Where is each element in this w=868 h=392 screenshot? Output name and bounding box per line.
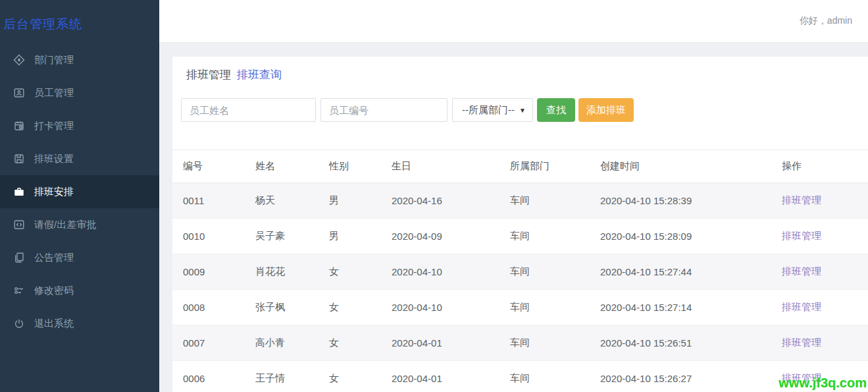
add-schedule-button[interactable]: 添加排班 [578,98,634,122]
header-gender: 性别 [319,150,381,183]
cell-name: 杨天 [245,183,319,219]
employee-code-input[interactable] [320,98,447,122]
save-icon [13,153,25,165]
table-row: 0008张子枫女2020-04-10车间2020-04-10 15:27:14排… [172,290,868,325]
cell-birthday: 2020-04-01 [381,325,499,361]
cell-id: 0010 [172,219,245,254]
sidebar-item-5[interactable]: 请假/出差审批 [0,208,159,241]
table-row: 0009肖花花女2020-04-10车间2020-04-10 15:27:44排… [172,254,868,290]
header-created: 创建时间 [590,150,771,183]
code-square-icon [13,219,25,231]
sidebar-item-label: 打卡管理 [34,120,74,132]
sidebar-item-2[interactable]: 打卡管理 [0,109,159,142]
cell-created: 2020-04-10 15:28:09 [590,219,771,254]
cell-gender: 女 [319,290,381,325]
cell-gender: 男 [319,183,381,219]
cell-department: 车间 [499,290,590,325]
sidebar-item-label: 部门管理 [34,54,74,67]
search-button[interactable]: 查找 [537,98,575,122]
employee-name-input[interactable] [181,98,316,122]
sidebar-item-label: 退出系统 [34,318,74,330]
cell-id: 0006 [172,361,245,392]
cell-actions: 排班管理 [771,254,868,290]
cell-actions: 排班管理 [771,325,868,361]
sidebar-item-3[interactable]: 排班设置 [0,142,159,175]
schedule-table: 编号 姓名 性别 生日 所属部门 创建时间 操作 0011杨天男2020-04-… [172,150,868,392]
sidebar-item-label: 员工管理 [34,87,74,99]
cell-name: 吴子豪 [245,219,319,254]
compass-icon [13,54,25,66]
department-select[interactable]: --所属部门-- ▼ [452,98,533,122]
filter-bar: --所属部门-- ▼ 查找 添加排班 [172,98,868,122]
cell-name: 张子枫 [245,290,319,325]
sidebar-item-label: 排班设置 [34,153,74,165]
cell-department: 车间 [499,361,590,392]
cell-department: 车间 [499,219,590,254]
sidebar-item-8[interactable]: 退出系统 [0,307,159,340]
cell-created: 2020-04-10 15:28:39 [590,183,771,219]
table-header-row: 编号 姓名 性别 生日 所属部门 创建时间 操作 [172,150,868,183]
cell-birthday: 2020-04-10 [381,290,499,325]
sidebar-item-6[interactable]: 公告管理 [0,241,159,274]
cell-created: 2020-04-10 15:26:27 [590,361,771,392]
cell-created: 2020-04-10 15:27:14 [590,290,771,325]
calendar-clock-icon [13,120,25,132]
breadcrumb-page[interactable]: 排班查询 [237,69,282,81]
app-title: 后台管理系统 [0,0,159,33]
cell-actions: 排班管理 [771,290,868,325]
schedule-manage-link[interactable]: 排班管理 [782,337,821,348]
table-row: 0006王子情女2020-04-01车间2020-04-10 15:26:27排… [172,361,868,392]
cell-id: 0009 [172,254,245,290]
cell-created: 2020-04-10 15:26:51 [590,325,771,361]
sidebar-item-label: 修改密码 [34,285,74,297]
greeting-text: 你好，admin [800,15,852,27]
schedule-manage-link[interactable]: 排班管理 [782,301,821,312]
cell-birthday: 2020-04-10 [381,254,499,290]
key-icon [13,285,25,296]
topbar: 你好，admin [159,0,868,43]
watermark: www.jf3q.com [779,376,867,391]
table-row: 0011杨天男2020-04-16车间2020-04-10 15:28:39排班… [172,183,868,219]
cell-name: 高小青 [245,325,319,361]
cell-gender: 男 [319,219,381,254]
sidebar-item-label: 公告管理 [34,252,74,264]
cell-id: 0007 [172,325,245,361]
cell-gender: 女 [319,361,381,392]
header-id: 编号 [172,150,245,183]
sidebar-item-0[interactable]: 部门管理 [0,43,159,76]
cell-department: 车间 [499,183,590,219]
cell-created: 2020-04-10 15:27:44 [590,254,771,290]
cell-birthday: 2020-04-16 [381,183,499,219]
sidebar-item-1[interactable]: 员工管理 [0,76,159,109]
content-card: 排班管理 排班查询 --所属部门-- ▼ 查找 添加排班 编号 姓名 性别 [172,57,868,392]
cell-department: 车间 [499,325,590,361]
user-card-icon [13,87,25,99]
cell-name: 王子情 [245,361,319,392]
schedule-manage-link[interactable]: 排班管理 [782,266,821,277]
schedule-manage-link[interactable]: 排班管理 [782,194,821,206]
breadcrumb: 排班管理 排班查询 [172,57,868,82]
cell-actions: 排班管理 [771,219,868,254]
header-birthday: 生日 [381,150,499,183]
power-icon [13,318,25,329]
documents-icon [13,252,25,264]
sidebar-item-label: 排班安排 [34,186,74,198]
header-actions: 操作 [771,150,868,183]
header-name: 姓名 [245,150,319,183]
sidebar-item-7[interactable]: 修改密码 [0,274,159,307]
cell-gender: 女 [319,254,381,290]
table-row: 0007高小青女2020-04-01车间2020-04-10 15:26:51排… [172,325,868,361]
briefcase-icon [13,186,25,198]
department-select-value: --所属部门-- [462,104,515,117]
cell-gender: 女 [319,325,381,361]
sidebar: 后台管理系统 部门管理员工管理打卡管理排班设置排班安排请假/出差审批公告管理修改… [0,0,159,392]
main-content: 排班管理 排班查询 --所属部门-- ▼ 查找 添加排班 编号 姓名 性别 [159,43,868,392]
cell-actions: 排班管理 [771,183,868,219]
schedule-manage-link[interactable]: 排班管理 [782,230,821,241]
cell-birthday: 2020-04-09 [381,219,499,254]
sidebar-item-4[interactable]: 排班安排 [0,175,159,208]
sidebar-item-label: 请假/出差审批 [34,219,96,231]
cell-id: 0008 [172,290,245,325]
cell-birthday: 2020-04-01 [381,361,499,392]
sidebar-menu: 部门管理员工管理打卡管理排班设置排班安排请假/出差审批公告管理修改密码退出系统 [0,43,159,340]
